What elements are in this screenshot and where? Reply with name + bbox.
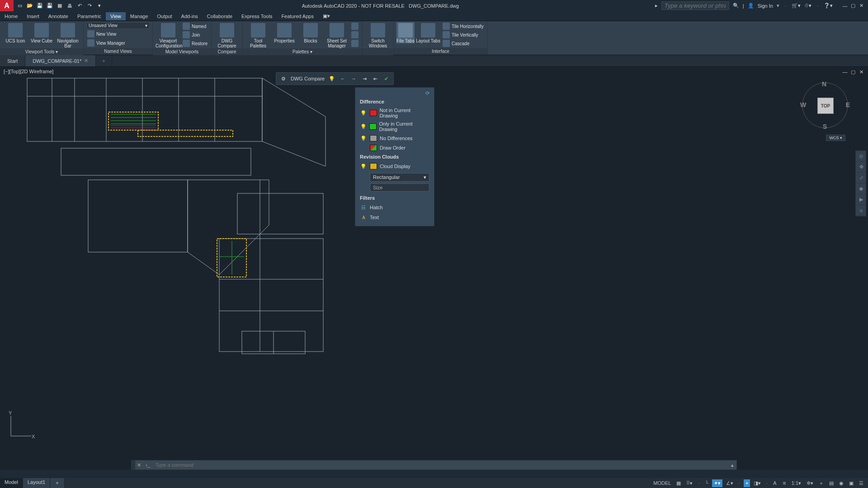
gear-icon[interactable]: ⚙ <box>280 75 287 82</box>
layout-tab-model[interactable]: Model <box>0 478 23 488</box>
cloud-size-input[interactable]: Size <box>370 183 429 192</box>
annotation-icon[interactable]: А <box>771 479 778 487</box>
cmd-close-icon[interactable]: ✕ <box>135 462 143 468</box>
minimize-icon[interactable]: — <box>842 3 848 9</box>
swatch-draworder[interactable] <box>370 145 377 151</box>
user-icon[interactable]: 👤 <box>748 3 754 9</box>
tab-collaborate[interactable]: Collaborate <box>203 12 237 20</box>
view-manager-button[interactable]: View Manager <box>86 39 126 47</box>
help-icon[interactable]: ❔▾ <box>824 3 833 9</box>
bulb-icon[interactable]: 💡 <box>328 75 335 82</box>
palette-button-2-icon[interactable] <box>350 31 359 39</box>
polar-icon[interactable]: ✦▾ <box>712 479 722 487</box>
search-input[interactable] <box>661 1 729 10</box>
new-icon[interactable]: ▭ <box>16 2 24 9</box>
model-paper-toggle[interactable]: MODEL <box>651 479 673 487</box>
swatch-yellow[interactable] <box>370 163 377 169</box>
tab-insert[interactable]: Insert <box>22 12 44 20</box>
showmotion-icon[interactable]: ▶ <box>856 194 867 205</box>
navbar-button[interactable]: Navigation Bar <box>55 22 80 48</box>
viewport-label[interactable]: [−][Top][2D Wireframe] <box>4 69 53 74</box>
undo-icon[interactable]: ↶ <box>76 2 83 9</box>
osnap-icon[interactable]: ⌖ <box>744 479 750 487</box>
diff-draw-order[interactable]: Draw Order <box>355 143 434 152</box>
restore-button[interactable]: Restore <box>182 39 208 47</box>
compare-toolbar[interactable]: ⚙ DWG Compare 💡 ← → ⇥ ⇤ ✔ <box>276 72 394 85</box>
tool-palettes-button[interactable]: Tool Palettes <box>245 22 271 48</box>
cascade-button[interactable]: Cascade <box>442 39 485 47</box>
snap-icon[interactable]: ⠿▾ <box>684 479 694 487</box>
viewport-minimize-icon[interactable]: — <box>842 69 848 75</box>
infocenter-arrow-icon[interactable]: ▸ <box>655 3 658 9</box>
switch-windows-button[interactable]: Switch Windows <box>365 22 391 48</box>
file-tab-active[interactable]: DWG_COMPARE-01* ✕ <box>25 55 96 66</box>
cart-icon[interactable]: 🛒▾ <box>792 3 801 9</box>
workspace-icon[interactable]: ✲▾ <box>805 479 815 487</box>
next-diff-icon[interactable]: → <box>350 75 357 82</box>
dwg-compare-button[interactable]: DWG Compare <box>214 22 240 48</box>
join-button[interactable]: Join <box>182 31 208 39</box>
qat-dropdown-icon[interactable]: ▾ <box>96 2 103 9</box>
layout-tab-layout1[interactable]: Layout1 <box>23 478 50 488</box>
viewcube-top-face[interactable]: TOP <box>817 98 834 114</box>
bulb-icon[interactable]: 💡 <box>360 109 367 117</box>
cmd-grip-icon[interactable] <box>132 460 135 469</box>
tab-home[interactable]: Home <box>0 12 22 20</box>
cloud-display-row[interactable]: 💡 Cloud Display <box>355 161 434 171</box>
sheetset-button[interactable]: Sheet Set Manager <box>324 22 349 48</box>
diff-only-in-current[interactable]: 💡 Only in Current Drawing <box>355 120 434 133</box>
signin-link[interactable]: Sign In <box>758 3 773 9</box>
isolate-icon[interactable]: ▣ <box>847 479 855 487</box>
start-tab[interactable]: Start <box>0 55 25 66</box>
pan-icon[interactable]: ✥ <box>856 162 867 173</box>
customize-icon[interactable]: ☰ <box>857 479 865 487</box>
tab-parametric[interactable]: Parametric <box>73 12 106 20</box>
viewport-close-icon[interactable]: ✕ <box>858 69 864 75</box>
tab-addins[interactable]: Add-ins <box>177 12 203 20</box>
maximize-icon[interactable]: ▢ <box>850 3 856 9</box>
import-icon[interactable]: ⇥ <box>361 75 368 82</box>
viewcube[interactable]: TOP N S W E <box>800 80 850 130</box>
tab-annotate[interactable]: Annotate <box>44 12 73 20</box>
new-view-button[interactable]: New View <box>86 30 117 38</box>
saved-view-dropdown[interactable]: Unsaved View▾ <box>86 22 150 29</box>
command-input[interactable] <box>153 462 728 468</box>
swatch-gray[interactable] <box>370 135 377 141</box>
filter-icon[interactable]: Ａ <box>360 214 367 221</box>
anno-scale-dropdown[interactable]: 1:1▾ <box>790 479 803 487</box>
compass-n[interactable]: N <box>822 80 826 88</box>
palette-button-1-icon[interactable] <box>350 22 359 30</box>
bulb-icon[interactable]: 💡 <box>360 123 367 130</box>
search-icon[interactable]: 🔍 <box>733 3 739 9</box>
named-button[interactable]: Named <box>182 22 208 30</box>
check-icon[interactable]: ✔ <box>382 75 390 82</box>
orbit-icon[interactable]: ◉ <box>856 183 867 194</box>
add-layout-button[interactable]: ＋ <box>50 478 65 488</box>
units-icon[interactable]: ▤ <box>827 479 835 487</box>
prev-diff-icon[interactable]: ← <box>339 75 346 82</box>
filter-hatch[interactable]: ☵ Hatch <box>355 202 434 212</box>
autoscale-icon[interactable]: ⤨ <box>780 479 788 487</box>
web-icon[interactable]: ▦ <box>56 2 63 9</box>
tab-view[interactable]: View <box>106 12 126 20</box>
filter-icon[interactable]: ☵ <box>360 204 367 211</box>
blocks-button[interactable]: Blocks <box>298 22 323 43</box>
hardware-accel-icon[interactable]: ◉ <box>837 479 845 487</box>
viewport-maximize-icon[interactable]: ▢ <box>850 69 856 75</box>
swatch-red[interactable] <box>370 110 377 116</box>
open-icon[interactable]: 📂 <box>26 2 33 9</box>
save-icon[interactable]: 💾 <box>36 2 43 9</box>
cmd-up-icon[interactable]: ▴ <box>728 462 736 468</box>
tab-output[interactable]: Output <box>153 12 177 20</box>
viewcube-button[interactable]: View Cube <box>29 22 54 43</box>
wheel-icon[interactable]: ◎ <box>856 151 867 162</box>
tile-vertical-button[interactable]: Tile Vertically <box>442 31 485 39</box>
compass-s[interactable]: S <box>823 123 827 130</box>
isodraft-icon[interactable]: ∠▾ <box>724 479 735 487</box>
zoom-extents-icon[interactable]: ⤢ <box>856 173 867 183</box>
file-tabs-button[interactable]: File Tabs <box>396 22 415 43</box>
command-line[interactable]: ✕ ›_ ▴ <box>131 460 737 470</box>
tab-more-icon[interactable]: ▣▾ <box>318 12 335 20</box>
bulb-icon[interactable]: 💡 <box>360 135 367 142</box>
diff-no-differences[interactable]: 💡 No Differences <box>355 133 434 143</box>
